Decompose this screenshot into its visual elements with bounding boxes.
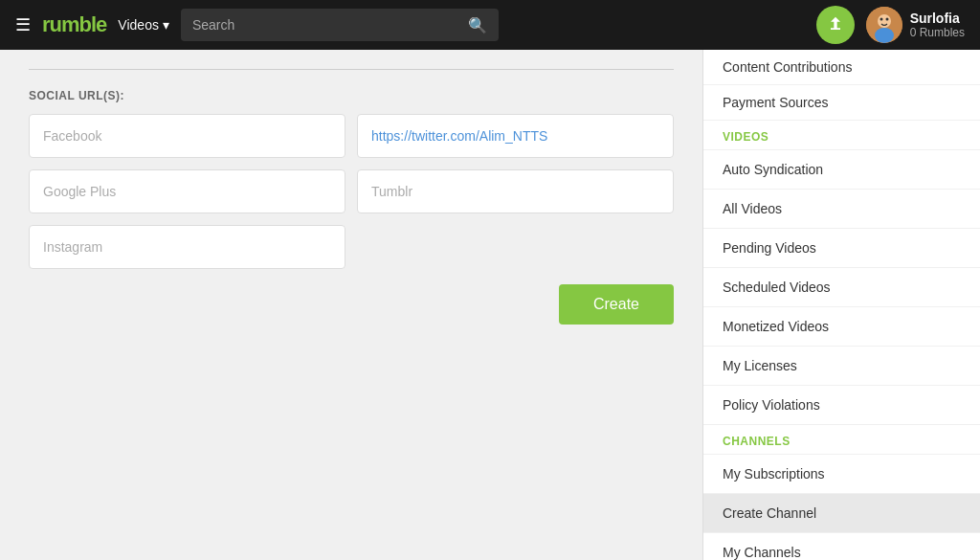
sidebar: Content Contributions Payment Sources VI… [702, 50, 980, 560]
search-icon[interactable]: 🔍 [468, 16, 487, 34]
sidebar-item-monetized-videos[interactable]: Monetized Videos [703, 307, 980, 347]
channels-section-label: CHANNELS [703, 425, 980, 455]
sidebar-item-pending-videos[interactable]: Pending Videos [703, 229, 980, 268]
create-row: Create [29, 284, 674, 325]
videos-section-label: VIDEOS [703, 121, 980, 150]
tumblr-input[interactable] [357, 169, 674, 213]
social-label: SOCIAL URL(S): [29, 89, 674, 102]
user-rumbles: 0 Rumbles [910, 26, 965, 39]
sidebar-item-content-contributions[interactable]: Content Contributions [703, 50, 980, 85]
sidebar-item-label: My Licenses [723, 358, 797, 373]
instagram-input[interactable] [29, 225, 345, 269]
sidebar-item-label: Payment Sources [723, 95, 829, 110]
videos-label: Videos [118, 17, 159, 33]
svg-point-4 [885, 18, 888, 21]
chevron-down-icon: ▾ [163, 17, 169, 33]
main-content: SOCIAL URL(S): Create Content Contributi… [0, 50, 980, 560]
header: ☰ rumble Videos ▾ 🔍 Surlofia 0 Rumbles [0, 0, 980, 50]
user-name: Surlofia [910, 11, 965, 26]
logo-text: rumble [42, 12, 106, 36]
user-menu[interactable]: Surlofia 0 Rumbles [866, 7, 965, 43]
page-content: SOCIAL URL(S): Create [0, 50, 702, 560]
sidebar-item-label: Policy Violations [723, 397, 820, 413]
svg-point-2 [875, 28, 894, 43]
sidebar-item-label: Create Channel [723, 505, 816, 521]
sidebar-item-auto-syndication[interactable]: Auto Syndication [703, 150, 980, 190]
videos-dropdown[interactable]: Videos ▾ [118, 17, 169, 33]
user-info: Surlofia 0 Rumbles [910, 11, 965, 39]
sidebar-item-label: My Subscriptions [723, 466, 825, 482]
sidebar-item-label: All Videos [723, 201, 782, 216]
sidebar-item-label: Scheduled Videos [723, 280, 831, 295]
create-button[interactable]: Create [559, 284, 674, 325]
sidebar-item-label: Content Contributions [723, 59, 852, 75]
hamburger-icon[interactable]: ☰ [15, 14, 31, 35]
svg-point-3 [880, 18, 882, 21]
search-input[interactable] [192, 17, 468, 33]
search-bar: 🔍 [181, 9, 499, 41]
sidebar-item-scheduled-videos[interactable]: Scheduled Videos [703, 268, 980, 307]
social-grid [29, 114, 674, 269]
sidebar-item-policy-violations[interactable]: Policy Violations [703, 386, 980, 425]
sidebar-item-label: My Channels [723, 545, 801, 560]
upload-button[interactable] [816, 6, 855, 44]
sidebar-item-my-licenses[interactable]: My Licenses [703, 347, 980, 386]
sidebar-item-label: Monetized Videos [723, 319, 829, 334]
sidebar-item-all-videos[interactable]: All Videos [703, 190, 980, 229]
sidebar-item-my-channels[interactable]: My Channels [703, 533, 980, 560]
google-plus-input[interactable] [29, 169, 345, 213]
sidebar-item-my-subscriptions[interactable]: My Subscriptions [703, 455, 980, 494]
facebook-input[interactable] [29, 114, 345, 158]
logo: rumble [42, 12, 106, 37]
sidebar-item-label: Auto Syndication [723, 162, 823, 177]
twitter-input[interactable] [357, 114, 674, 158]
divider [29, 69, 674, 70]
sidebar-item-create-channel[interactable]: Create Channel [703, 494, 980, 533]
avatar [866, 7, 902, 43]
sidebar-item-payment-sources[interactable]: Payment Sources [703, 85, 980, 121]
sidebar-item-label: Pending Videos [723, 240, 816, 256]
